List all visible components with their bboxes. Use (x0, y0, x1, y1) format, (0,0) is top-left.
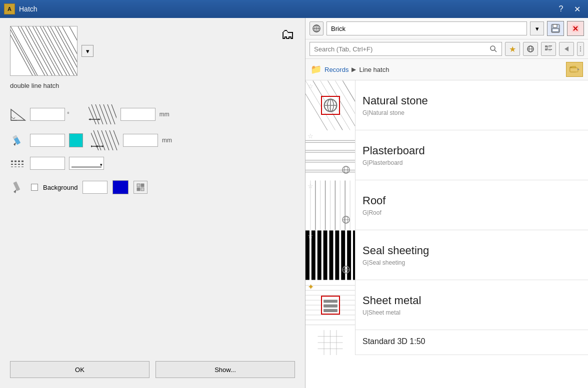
list-item[interactable]: ☆ Plasterboard G|Plasterboard (306, 130, 588, 180)
item-highlight-box (321, 296, 340, 315)
hatch-dropdown-button[interactable]: ▾ (82, 45, 94, 57)
pattern-icon-1 (88, 104, 116, 124)
svg-rect-76 (548, 50, 551, 51)
svg-rect-54 (141, 188, 144, 191)
svg-marker-80 (564, 46, 568, 51)
search-icon (490, 45, 498, 53)
offset1-input[interactable]: 3 (120, 108, 156, 121)
ok-button[interactable]: OK (10, 361, 150, 378)
globe-icon (341, 165, 351, 176)
angle-input[interactable]: -45 (30, 108, 65, 121)
item-sub: G|Natural stone (362, 109, 581, 116)
offset2-input[interactable]: 1 (123, 134, 158, 147)
weight-input[interactable]: 1 (30, 157, 65, 170)
svg-rect-75 (548, 49, 552, 50)
item-preview: ☆ (306, 230, 356, 280)
list-item[interactable]: ✦ Sheet metal U|Sheet metal (306, 280, 588, 330)
main-content: ▾ 🗂 double line hatch (0, 18, 588, 388)
lib-dropdown-button[interactable]: ▾ (530, 21, 544, 35)
tree-view-button[interactable] (541, 42, 556, 56)
svg-line-36 (102, 130, 109, 150)
open-folder-button[interactable]: 🗂 (281, 26, 295, 42)
background-color[interactable] (112, 180, 128, 194)
show-button[interactable]: Show... (156, 361, 295, 378)
list-item[interactable]: Standard 3D 1:50 (306, 330, 588, 355)
svg-line-21 (92, 104, 99, 124)
more-button[interactable] (577, 42, 584, 56)
angle-row: -45 ° (10, 104, 295, 124)
lineweight-row: 1 ▾ (10, 156, 295, 170)
svg-line-35 (98, 130, 105, 150)
lib-filter-input[interactable] (314, 45, 486, 53)
list-item[interactable]: ☆ Roof G|Roof (306, 180, 588, 230)
list-item[interactable]: ☆ Natural stone G|Natural stone (306, 80, 588, 130)
svg-marker-84 (578, 68, 580, 70)
lib-save-button[interactable] (547, 21, 564, 36)
library-search-input[interactable] (326, 21, 527, 35)
list-item[interactable]: ☆ Seal sheeting G|Seal sheeting (306, 230, 588, 280)
linewidth-row: 5 (10, 130, 295, 150)
help-button[interactable]: ? (554, 2, 568, 15)
globe-icon (341, 215, 351, 226)
breadcrumb-records[interactable]: Records (324, 66, 348, 73)
linewidth-color[interactable] (69, 133, 83, 147)
item-info: Sheet metal U|Sheet metal (356, 289, 588, 321)
svg-marker-31 (14, 142, 16, 146)
svg-marker-50 (14, 189, 16, 193)
hatch-name-label: double line hatch (10, 82, 295, 89)
title-bar-buttons: ? ✕ (554, 2, 584, 15)
background-value-input[interactable]: 0 (82, 181, 108, 194)
item-preview: ☆ (306, 80, 356, 130)
svg-marker-42 (91, 145, 92, 147)
item-sub: U|Sheet metal (362, 309, 581, 316)
star-icon: ☆ (308, 132, 314, 140)
globe-filter-button[interactable] (523, 42, 538, 56)
item-preview: ☆ (306, 180, 356, 230)
svg-rect-131 (353, 230, 355, 280)
svg-point-66 (490, 46, 495, 50)
item-info: Roof G|Roof (356, 189, 588, 221)
svg-rect-71 (545, 45, 548, 47)
pencil-icon (10, 133, 26, 147)
svg-rect-125 (318, 230, 322, 280)
svg-marker-29 (98, 118, 100, 120)
background-option[interactable] (134, 181, 148, 194)
offset1-unit: mm (160, 111, 170, 118)
back-button[interactable] (559, 42, 574, 56)
svg-line-24 (104, 104, 111, 124)
left-panel: ▾ 🗂 double line hatch (0, 18, 305, 388)
linewidth-input[interactable]: 5 (30, 134, 65, 147)
angle-unit: ° (67, 111, 70, 118)
svg-line-39 (114, 130, 119, 150)
svg-rect-72 (548, 45, 552, 46)
controls-section: -45 ° (10, 104, 295, 170)
svg-line-38 (110, 130, 117, 150)
favorites-button[interactable]: ★ (505, 42, 520, 56)
right-panel: ▾ (305, 18, 588, 388)
close-button[interactable]: ✕ (570, 2, 584, 15)
item-name: Standard 3D 1:50 (362, 337, 581, 346)
svg-rect-74 (545, 48, 548, 50)
background-checkbox[interactable] (31, 184, 38, 191)
svg-line-33 (91, 133, 98, 150)
svg-rect-62 (553, 29, 558, 31)
lib-close-button[interactable] (567, 21, 584, 36)
star-icon: ☆ (308, 182, 314, 190)
pencil2-icon (10, 180, 26, 194)
breadcrumb-actions (566, 62, 583, 77)
svg-rect-145 (324, 300, 338, 303)
breadcrumb-arrow: ▶ (352, 66, 356, 73)
svg-line-20 (88, 107, 96, 124)
background-row: Background 0 (10, 180, 295, 194)
item-preview: ✦ (306, 280, 356, 330)
svg-rect-73 (548, 47, 551, 47)
item-info: Plasterboard G|Plasterboard (356, 139, 588, 171)
breadcrumb-open-button[interactable] (566, 62, 583, 77)
svg-rect-49 (13, 181, 20, 191)
item-sub: G|Plasterboard (362, 159, 581, 166)
main-window: A Hatch ? ✕ (0, 0, 588, 388)
lib-globe-button[interactable] (310, 21, 324, 35)
svg-line-22 (96, 104, 103, 124)
item-preview (306, 330, 356, 355)
line-style-box[interactable]: ▾ (69, 157, 104, 170)
